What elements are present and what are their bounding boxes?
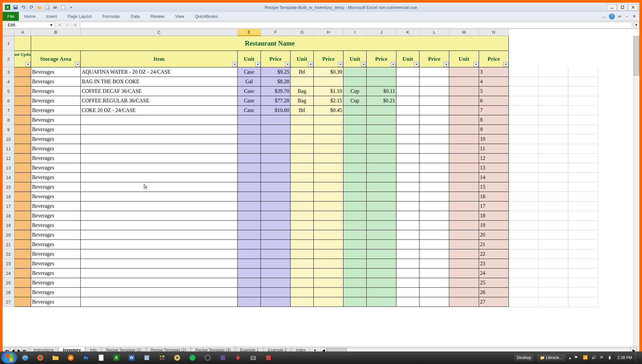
cell-blank[interactable] [509, 134, 539, 144]
cell-blank[interactable] [568, 163, 598, 173]
cell-G27[interactable] [291, 297, 314, 307]
cell-J27[interactable] [367, 297, 396, 307]
cell-B27[interactable]: Beverages [31, 297, 81, 307]
cell-M16[interactable] [449, 192, 479, 201]
cell-E14[interactable] [238, 173, 261, 182]
cell-blank[interactable] [568, 77, 598, 87]
word-taskbar-icon[interactable]: W [124, 352, 139, 363]
cell-N12[interactable]: 12 [479, 154, 509, 163]
row-header-15[interactable]: 15 [3, 182, 15, 192]
row-header-18[interactable]: 18 [3, 211, 15, 221]
cell-G24[interactable] [291, 269, 314, 278]
cell-E12[interactable] [238, 154, 261, 163]
cell-M15[interactable] [449, 182, 479, 192]
cell-A1[interactable] [15, 36, 31, 51]
cell-I10[interactable] [343, 134, 367, 144]
cell-C26[interactable] [81, 288, 238, 297]
cell-blank[interactable] [509, 240, 539, 249]
cell-N5[interactable]: 5 [479, 87, 509, 96]
cell-K10[interactable] [396, 134, 420, 144]
cell-B9[interactable]: Beverages [31, 125, 81, 134]
cell-blank[interactable] [509, 288, 539, 297]
cell-blank[interactable] [509, 154, 539, 163]
cell-E27[interactable] [238, 297, 261, 307]
cell-blank[interactable] [568, 173, 598, 182]
cell-blank[interactable] [539, 173, 568, 182]
libraries-toolbar[interactable]: 📁 Librarie… [537, 354, 566, 361]
cell-blank[interactable] [539, 278, 568, 288]
filter-button-I[interactable] [361, 62, 366, 67]
cell-L23[interactable] [420, 259, 449, 269]
cell-F15[interactable] [261, 182, 291, 192]
cell-E4[interactable]: Gal [238, 77, 261, 87]
cell-A8[interactable] [15, 115, 31, 125]
cell-F11[interactable] [261, 144, 291, 154]
cell-A21[interactable] [15, 240, 31, 249]
cell-G22[interactable] [291, 249, 314, 259]
cell-H11[interactable] [314, 144, 343, 154]
column-header-F[interactable]: F [261, 29, 291, 36]
cell-I23[interactable] [343, 259, 367, 269]
cell-N3[interactable]: 3 [479, 67, 509, 77]
cell-G7[interactable]: Btl [291, 106, 314, 115]
cell-blank[interactable] [568, 230, 598, 240]
show-desktop-button[interactable] [635, 353, 638, 363]
row-header-24[interactable]: 24 [3, 269, 15, 278]
cell-G15[interactable] [291, 182, 314, 192]
cell-I7[interactable] [343, 106, 367, 115]
app-icon-1[interactable] [140, 352, 154, 363]
cell-G14[interactable] [291, 173, 314, 182]
cell-L25[interactable] [420, 278, 449, 288]
row-header-4[interactable]: 4 [3, 77, 15, 87]
cell-A23[interactable] [15, 259, 31, 269]
cell-C23[interactable] [81, 259, 238, 269]
app-icon-4[interactable] [216, 352, 230, 363]
cell-C11[interactable] [81, 144, 238, 154]
cell-I25[interactable] [343, 278, 367, 288]
cell-M24[interactable] [449, 269, 479, 278]
cell-N10[interactable]: 10 [479, 134, 509, 144]
cell-blank[interactable] [509, 221, 539, 230]
start-button[interactable] [1, 352, 17, 363]
cell-E5[interactable]: Case [238, 87, 261, 96]
cell-J5[interactable]: $0.11 [367, 87, 396, 96]
cell-K13[interactable] [396, 163, 420, 173]
row-header-17[interactable]: 17 [3, 201, 15, 211]
formula-bar-expand-icon[interactable]: ▾ [633, 22, 639, 28]
column-header-B[interactable]: B [31, 29, 81, 36]
ribbon-dropdown-icon[interactable]: ◡ [602, 14, 607, 19]
cell-H3[interactable]: $0.39 [314, 67, 343, 77]
cell-M13[interactable] [449, 163, 479, 173]
cell-A26[interactable] [15, 288, 31, 297]
cell-M12[interactable] [449, 154, 479, 163]
cell-J21[interactable] [367, 240, 396, 249]
cell-H21[interactable] [314, 240, 343, 249]
cell-blank[interactable] [509, 182, 539, 192]
cell-E17[interactable] [238, 201, 261, 211]
row-header-21[interactable]: 21 [3, 240, 15, 249]
cell-blank[interactable] [568, 278, 598, 288]
cell-A14[interactable] [15, 173, 31, 182]
cell-F17[interactable] [261, 201, 291, 211]
cell-E22[interactable] [238, 249, 261, 259]
filter-button-B[interactable] [75, 62, 80, 67]
name-box[interactable]: E86 ▾ [5, 22, 55, 28]
cell-L5[interactable] [420, 87, 449, 96]
spotify-icon[interactable] [185, 352, 200, 363]
help-icon[interactable]: ? [609, 14, 615, 19]
cancel-formula-icon[interactable]: ✕ [56, 22, 63, 28]
cell-K16[interactable] [396, 192, 420, 201]
cell-L27[interactable] [420, 297, 449, 307]
cell-A4[interactable] [15, 77, 31, 87]
cell-I5[interactable]: Cup [343, 87, 367, 96]
cell-C4[interactable]: BAG IN THE BOX COKE [81, 77, 238, 87]
cell-blank[interactable] [539, 192, 568, 201]
formula-bar[interactable] [80, 22, 632, 28]
cell-J19[interactable] [367, 221, 396, 230]
cell-I6[interactable]: Cup [343, 96, 367, 106]
cell-E13[interactable] [238, 163, 261, 173]
photoshop-icon[interactable]: Ps [79, 352, 93, 363]
cell-blank[interactable] [509, 144, 539, 154]
cell-M25[interactable] [449, 278, 479, 288]
cell-B13[interactable]: Beverages [31, 163, 81, 173]
